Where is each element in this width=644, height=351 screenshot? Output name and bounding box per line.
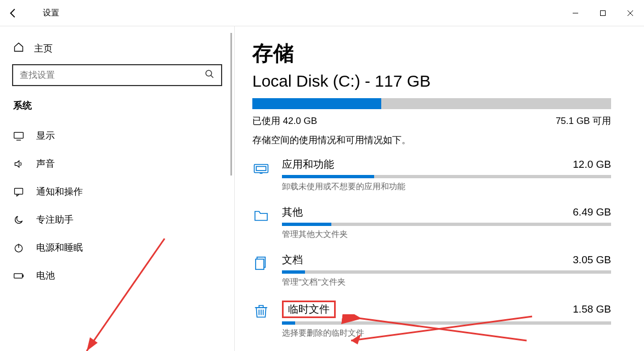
home-icon: [13, 42, 24, 55]
battery-icon: [13, 270, 24, 281]
nav-battery[interactable]: 电池: [0, 262, 234, 290]
cat-size: 1.58 GB: [573, 303, 611, 315]
cat-size: 3.05 GB: [573, 254, 611, 266]
free-label: 75.1 GB 可用: [556, 115, 611, 127]
sidebar: 主页 系统 显示 声音 通知和操作 专注助手 电源和睡眠: [0, 26, 235, 351]
cat-title: 文档: [282, 253, 303, 267]
disk-usage-text: 已使用 42.0 GB 75.1 GB 可用: [252, 115, 611, 127]
trash-icon: [252, 301, 270, 338]
nav-label: 专注助手: [36, 213, 74, 226]
folder-icon: [252, 205, 270, 240]
window-title: 设置: [43, 8, 59, 18]
apps-icon: [252, 157, 270, 192]
cat-bar: [282, 223, 611, 226]
nav-label: 声音: [36, 157, 55, 170]
minimize-button[interactable]: [562, 0, 589, 26]
cat-bar: [282, 175, 611, 178]
category-documents[interactable]: 文档3.05 GB 管理"文档"文件夹: [252, 253, 611, 287]
category-temp[interactable]: 临时文件1.58 GB 选择要删除的临时文件: [252, 301, 611, 338]
storage-desc: 存储空间的使用情况和可用情况如下。: [252, 134, 611, 146]
moon-icon: [13, 214, 24, 225]
search-icon: [205, 69, 214, 81]
svg-rect-1: [601, 11, 606, 16]
documents-icon: [252, 253, 270, 287]
maximize-button[interactable]: [589, 0, 617, 26]
home-nav[interactable]: 主页: [0, 37, 234, 64]
disk-usage-bar: [252, 98, 611, 109]
nav-focus[interactable]: 专注助手: [0, 206, 234, 234]
home-label: 主页: [34, 42, 53, 55]
category-apps[interactable]: 应用和功能12.0 GB 卸载未使用或不想要的应用和功能: [252, 157, 611, 192]
cat-bar: [282, 321, 611, 325]
nav-sound[interactable]: 声音: [0, 150, 234, 178]
chat-icon: [13, 186, 24, 197]
titlebar: 设置: [0, 0, 644, 26]
section-label: 系统: [0, 99, 234, 122]
search-box[interactable]: [12, 64, 222, 86]
cat-sub: 卸载未使用或不想要的应用和功能: [282, 182, 611, 192]
cat-sub: 管理"文档"文件夹: [282, 277, 611, 287]
cat-size: 12.0 GB: [573, 158, 611, 171]
power-icon: [13, 242, 24, 253]
cat-size: 6.49 GB: [573, 206, 611, 218]
svg-rect-11: [14, 273, 22, 278]
main-content: 存储 Local Disk (C:) - 117 GB 已使用 42.0 GB …: [235, 26, 644, 351]
sound-icon: [13, 158, 24, 169]
disk-label: Local Disk (C:) - 117 GB: [252, 72, 611, 90]
page-title: 存储: [252, 39, 611, 67]
used-label: 已使用 42.0 GB: [252, 115, 317, 127]
cat-title: 应用和功能: [282, 157, 334, 172]
search-input[interactable]: [20, 70, 205, 80]
cat-title: 其他: [282, 205, 303, 219]
monitor-icon: [13, 131, 24, 141]
nav-power[interactable]: 电源和睡眠: [0, 234, 234, 262]
svg-rect-14: [256, 167, 266, 171]
cat-sub: 管理其他大文件夹: [282, 229, 611, 240]
cat-bar: [282, 270, 611, 274]
nav-label: 电池: [36, 269, 55, 282]
svg-rect-8: [15, 188, 23, 194]
nav-label: 显示: [36, 129, 55, 142]
category-other[interactable]: 其他6.49 GB 管理其他大文件夹: [252, 205, 611, 240]
svg-point-4: [206, 70, 212, 76]
back-button[interactable]: [0, 0, 26, 26]
cat-title-highlighted: 临时文件: [282, 301, 336, 318]
svg-rect-6: [14, 132, 24, 138]
svg-rect-12: [22, 275, 24, 276]
nav-label: 电源和睡眠: [36, 241, 83, 254]
close-button[interactable]: [617, 0, 644, 26]
svg-rect-17: [256, 259, 264, 270]
svg-line-5: [211, 75, 213, 78]
window-controls: [562, 0, 644, 26]
cat-sub: 选择要删除的临时文件: [282, 328, 611, 338]
nav-notifications[interactable]: 通知和操作: [0, 178, 234, 206]
nav-display[interactable]: 显示: [0, 122, 234, 150]
nav-label: 通知和操作: [36, 185, 83, 198]
